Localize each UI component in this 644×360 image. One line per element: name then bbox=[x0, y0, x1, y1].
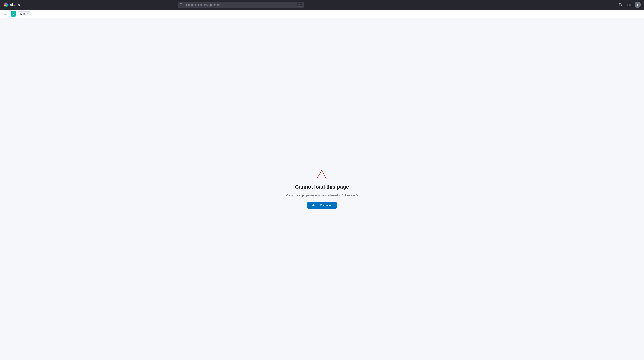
search-shortcut-badge: ⌘/ bbox=[297, 3, 302, 7]
breadcrumb-kibana: Kibana bbox=[18, 12, 31, 16]
breadcrumb-d-icon[interactable]: D bbox=[11, 11, 16, 17]
error-container: Cannot load this page Cannot read proper… bbox=[278, 161, 366, 217]
user-avatar[interactable]: T bbox=[634, 2, 641, 8]
elastic-logo-icon bbox=[3, 2, 9, 8]
error-message: Cannot read properties of undefined (rea… bbox=[286, 194, 358, 198]
top-navigation: elastic ⌘/ bbox=[0, 0, 644, 10]
help-button[interactable] bbox=[626, 2, 632, 8]
globe-icon bbox=[618, 3, 622, 7]
spaces-button[interactable] bbox=[617, 2, 624, 8]
help-icon bbox=[627, 3, 631, 7]
menu-toggle-button[interactable] bbox=[3, 11, 8, 17]
warning-icon bbox=[316, 169, 328, 181]
search-icon bbox=[180, 3, 182, 7]
svg-line-6 bbox=[182, 5, 182, 6]
error-title: Cannot load this page bbox=[295, 184, 349, 190]
search-input[interactable] bbox=[178, 2, 304, 8]
go-to-discover-button[interactable]: Go to Discover bbox=[307, 202, 336, 209]
svg-point-0 bbox=[3, 2, 8, 7]
secondary-navigation: D Kibana bbox=[0, 10, 644, 18]
breadcrumb: D Kibana bbox=[11, 11, 31, 17]
hamburger-icon bbox=[4, 12, 8, 16]
elastic-logo[interactable]: elastic bbox=[3, 2, 20, 8]
global-search[interactable]: ⌘/ bbox=[178, 2, 304, 8]
nav-right-actions: T bbox=[617, 2, 641, 8]
elastic-logo-text: elastic bbox=[10, 3, 20, 7]
svg-point-16 bbox=[322, 177, 322, 178]
main-content: Cannot load this page Cannot read proper… bbox=[0, 18, 644, 360]
